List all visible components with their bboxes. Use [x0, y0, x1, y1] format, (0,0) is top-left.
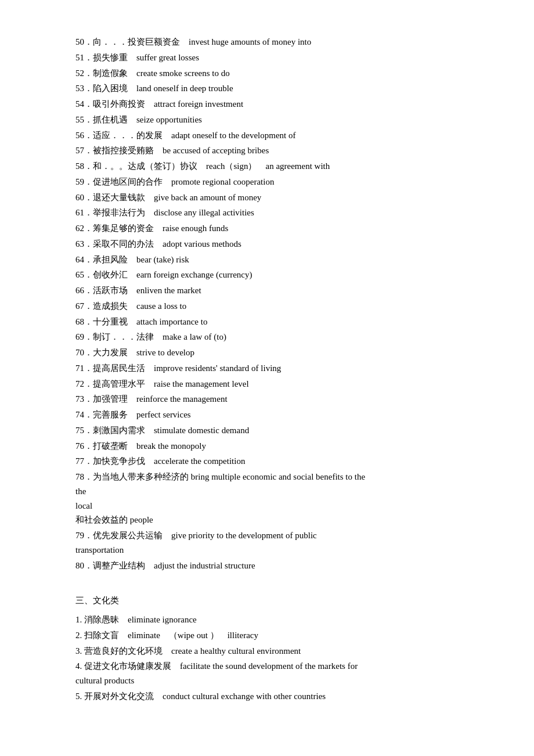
- list-item: 56．适应．．．的发展 adapt oneself to the develop…: [75, 128, 459, 143]
- list-item-s3-4: 4. 促进文化市场健康发展 facilitate the sound devel…: [75, 659, 459, 688]
- list-item: 65．创收外汇 earn foreign exchange (currency): [75, 268, 459, 282]
- list-item: 51．损失惨重 suffer great losses: [75, 51, 459, 65]
- list-item: 60．退还大量钱款 give back an amount of money: [75, 190, 459, 205]
- list-item: 75．刺激国内需求 stimulate domestic demand: [75, 423, 459, 438]
- list-item: 50．向．．．投资巨额资金 invest huge amounts of mon…: [75, 35, 459, 49]
- list-item-continuation: transportation: [75, 543, 459, 557]
- list-item-continuation: cultural products: [75, 674, 459, 688]
- list-item: 61．举报非法行为 disclose any illegal activitie…: [75, 206, 459, 220]
- list-item: 62．筹集足够的资金 raise enough funds: [75, 221, 459, 236]
- list-item: 64．承担风险 bear (take) risk: [75, 253, 459, 267]
- list-item: 3. 营造良好的文化环境 create a healthy cultural e…: [75, 644, 459, 658]
- list-item-continuation: the: [75, 484, 459, 499]
- list-item-text: 79．优先发展公共运输 give priority to the develop…: [75, 531, 317, 540]
- list-item: 70．大力发展 strive to develop: [75, 345, 459, 360]
- list-item: 63．采取不同的办法 adopt various methods: [75, 237, 459, 251]
- list-item-78: 78．为当地人带来多种经济的 bring multiple economic a…: [75, 470, 459, 527]
- list-item: 58．和．。。达成（签订）协议 reach（sign） an agreement…: [75, 159, 459, 174]
- section-title: 三、文化类: [75, 593, 459, 608]
- list-item: 59．促进地区间的合作 promote regional cooperation: [75, 175, 459, 189]
- list-item: 52．制造假象 create smoke screens to do: [75, 66, 459, 81]
- list-item: 2. 扫除文盲 eliminate （wipe out ） illiteracy: [75, 628, 459, 643]
- list-item: 74．完善服务 perfect services: [75, 408, 459, 422]
- list-item: 55．抓住机遇 seize opportunities: [75, 113, 459, 127]
- list-item: 1. 消除愚昧 eliminate ignorance: [75, 613, 459, 627]
- list-item: 53．陷入困境 land oneself in deep trouble: [75, 81, 459, 96]
- list-item-continuation: 和社会效益的 people: [75, 513, 459, 527]
- list-item: 5. 开展对外文化交流 conduct cultural exchange wi…: [75, 689, 459, 704]
- list-item-continuation: local: [75, 499, 459, 513]
- list-item: 72．提高管理水平 raise the management level: [75, 377, 459, 391]
- list-item: 54．吸引外商投资 attract foreign investment: [75, 97, 459, 111]
- list-item: 77．加快竞争步伐 accelerate the competition: [75, 454, 459, 469]
- list-item-80: 80．调整产业结构 adjust the industrial structur…: [75, 559, 459, 573]
- list-item: 73．加强管理 reinforce the management: [75, 392, 459, 406]
- list-item: 66．活跃市场 enliven the market: [75, 283, 459, 298]
- list-item: 69．制订．．．法律 make a law of (to): [75, 330, 459, 344]
- list-item: 71．提高居民生活 improve residents' standard of…: [75, 361, 459, 376]
- items-list: 50．向．．．投资巨额资金 invest huge amounts of mon…: [75, 35, 459, 573]
- list-item: 57．被指控接受贿赂 be accused of accepting bribe…: [75, 143, 459, 158]
- main-content: 50．向．．．投资巨额资金 invest huge amounts of mon…: [75, 35, 459, 704]
- list-item: 68．十分重视 attach importance to: [75, 315, 459, 329]
- list-item: 76．打破垄断 break the monopoly: [75, 439, 459, 453]
- section-3: 三、文化类 1. 消除愚昧 eliminate ignorance 2. 扫除文…: [75, 593, 459, 703]
- list-item-text: 4. 促进文化市场健康发展 facilitate the sound devel…: [75, 661, 358, 671]
- list-item-text: 78．为当地人带来多种经济的 bring multiple economic a…: [75, 472, 365, 481]
- list-item-79: 79．优先发展公共运输 give priority to the develop…: [75, 528, 459, 557]
- list-item: 67．造成损失 cause a loss to: [75, 299, 459, 314]
